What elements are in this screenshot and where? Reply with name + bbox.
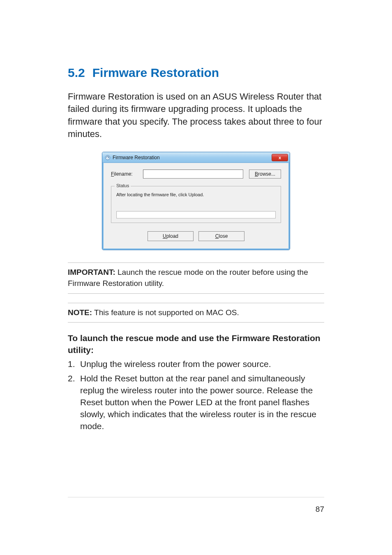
browse-button[interactable]: Browse... — [249, 170, 281, 179]
dialog-body: Filename: Browse... Status After locatin… — [102, 163, 290, 250]
important-note: IMPORTANT: Launch the rescue mode on the… — [68, 262, 324, 293]
status-legend: Status — [115, 183, 131, 188]
note-box: NOTE: This feature is not supported on M… — [68, 303, 324, 323]
list-item: 2. Hold the Reset button at the rear pan… — [68, 373, 324, 432]
note-label: NOTE: — [68, 308, 92, 317]
titlebar: Firmware Restoration x — [102, 152, 290, 163]
step-text: Hold the Reset button at the rear panel … — [80, 373, 324, 432]
note-text: This feature is not supported on MAC OS. — [92, 308, 239, 317]
step-text: Unplug the wireless router from the powe… — [80, 358, 324, 370]
instructions-heading: To launch the rescue mode and use the Fi… — [68, 332, 324, 356]
page-number: 87 — [316, 505, 324, 514]
firmware-restoration-dialog: Firmware Restoration x Filename: Browse.… — [102, 152, 290, 250]
filename-input[interactable] — [143, 170, 243, 179]
close-button[interactable]: Close — [198, 231, 244, 241]
dialog-title: Firmware Restoration — [113, 155, 272, 160]
step-number: 2. — [68, 373, 80, 432]
filename-label: Filename: — [111, 171, 143, 177]
dialog-screenshot: Firmware Restoration x Filename: Browse.… — [68, 152, 324, 250]
button-row: Upload Close — [111, 231, 281, 241]
app-icon — [105, 155, 111, 160]
section-number: 5.2 — [68, 66, 85, 79]
intro-paragraph: Firmware Restoration is used on an ASUS … — [68, 91, 324, 140]
section-heading: 5.2Firmware Restoration — [68, 66, 324, 80]
close-icon[interactable]: x — [272, 154, 288, 161]
svg-point-0 — [106, 155, 110, 160]
list-item: 1. Unplug the wireless router from the p… — [68, 358, 324, 370]
upload-button[interactable]: Upload — [148, 231, 194, 241]
important-label: IMPORTANT: — [68, 268, 115, 276]
filename-row: Filename: Browse... — [111, 170, 281, 179]
step-number: 1. — [68, 358, 80, 370]
instructions-list: 1. Unplug the wireless router from the p… — [68, 358, 324, 432]
section-title: Firmware Restoration — [92, 66, 219, 79]
footer-rule — [68, 497, 324, 497]
status-group: Status After locating the firmware file,… — [111, 186, 281, 223]
progress-bar — [116, 211, 276, 218]
status-message: After locating the firmware file, click … — [116, 192, 276, 197]
